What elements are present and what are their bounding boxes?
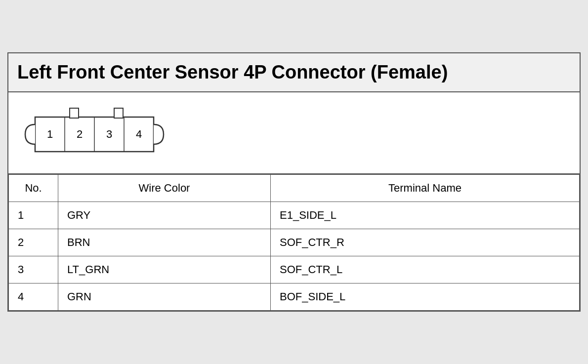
connector-table: No. Wire Color Terminal Name 1GRYE1_SIDE… <box>8 174 580 311</box>
connector-svg: 1 2 3 4 <box>20 102 178 162</box>
cell-no: 2 <box>9 229 58 256</box>
table-row: 4GRNBOF_SIDE_L <box>9 283 580 311</box>
table-row: 1GRYE1_SIDE_L <box>9 202 580 229</box>
cell-wire-color: LT_GRN <box>58 256 271 283</box>
cell-no: 4 <box>9 283 58 311</box>
svg-text:1: 1 <box>47 128 53 140</box>
cell-wire-color: GRN <box>58 283 271 311</box>
svg-text:2: 2 <box>77 128 83 140</box>
diagram-section: 1 2 3 4 <box>8 92 580 174</box>
cell-wire-color: BRN <box>58 229 271 256</box>
cell-terminal-name: SOF_CTR_R <box>271 229 580 256</box>
svg-rect-2 <box>114 108 123 118</box>
svg-text:4: 4 <box>136 128 142 140</box>
cell-terminal-name: SOF_CTR_L <box>271 256 580 283</box>
table-section: No. Wire Color Terminal Name 1GRYE1_SIDE… <box>8 174 580 311</box>
cell-wire-color: GRY <box>58 202 271 229</box>
table-row: 2BRNSOF_CTR_R <box>9 229 580 256</box>
header-terminal-name: Terminal Name <box>271 175 580 202</box>
svg-rect-1 <box>70 108 79 118</box>
cell-terminal-name: E1_SIDE_L <box>271 202 580 229</box>
table-header-row: No. Wire Color Terminal Name <box>9 175 580 202</box>
header-no: No. <box>9 175 58 202</box>
main-container: Left Front Center Sensor 4P Connector (F… <box>7 52 581 312</box>
cell-no: 1 <box>9 202 58 229</box>
cell-no: 3 <box>9 256 58 283</box>
header-wire-color: Wire Color <box>58 175 271 202</box>
title-section: Left Front Center Sensor 4P Connector (F… <box>8 53 580 93</box>
cell-terminal-name: BOF_SIDE_L <box>271 283 580 311</box>
page-title: Left Front Center Sensor 4P Connector (F… <box>17 61 571 84</box>
svg-text:3: 3 <box>106 128 112 140</box>
table-row: 3LT_GRNSOF_CTR_L <box>9 256 580 283</box>
connector-diagram: 1 2 3 4 <box>20 102 178 162</box>
